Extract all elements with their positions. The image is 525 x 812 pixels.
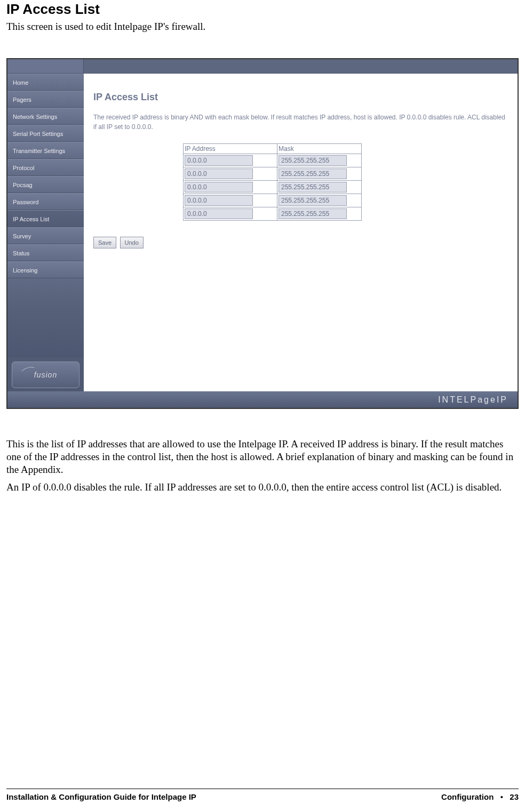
sidebar: Home Pagers Network Settings Serial Port… [7,74,84,392]
table-row [184,154,362,167]
mask-input[interactable] [279,168,347,179]
sidebar-spacer [7,278,84,357]
table-header-row: IP Address Mask [184,144,362,154]
ip-address-input[interactable] [185,195,253,206]
sidebar-item-home[interactable]: Home [7,74,84,91]
sidebar-item-survey[interactable]: Survey [7,227,84,244]
sidebar-item-serial-port-settings[interactable]: Serial Port Settings [7,125,84,142]
mask-input[interactable] [279,195,347,206]
sidebar-item-transmitter-settings[interactable]: Transmitter Settings [7,142,84,159]
app-footer-brand: INTELPageIP [7,391,518,408]
ip-access-table: IP Address Mask [183,143,362,221]
save-button[interactable]: Save [93,237,116,248]
top-bar-left [7,59,84,74]
mask-input[interactable] [279,155,347,166]
content-description: The received IP address is binary AND wi… [93,112,508,132]
app-screenshot: Home Pagers Network Settings Serial Port… [6,58,519,409]
page-title: IP Access List [6,1,519,18]
sidebar-item-network-settings[interactable]: Network Settings [7,108,84,125]
sidebar-item-ip-access-list[interactable]: IP Access List [7,210,84,227]
ip-address-input[interactable] [185,168,253,179]
mask-input[interactable] [279,182,347,192]
top-bar-right [84,59,518,74]
undo-button[interactable]: Undo [120,237,144,248]
sidebar-item-pocsag[interactable]: Pocsag [7,176,84,193]
footer-right: Configuration • 23 [441,792,519,801]
ip-address-input[interactable] [185,182,253,192]
sidebar-item-licensing[interactable]: Licensing [7,261,84,278]
intro-text: This screen is used to edit Intelpage IP… [6,21,519,33]
sidebar-item-password[interactable]: Password [7,193,84,210]
content-area: IP Access List The received IP address i… [84,74,518,392]
column-header-mask: Mask [277,144,362,154]
table-row [184,194,362,207]
table-row [184,167,362,181]
footer-left: Installation & Configuration Guide for I… [6,792,196,801]
button-row: Save Undo [93,237,508,248]
mask-input[interactable] [279,208,347,219]
top-bar [7,59,518,74]
table-row [184,207,362,221]
content-heading: IP Access List [93,92,508,103]
ip-address-input[interactable] [185,155,253,166]
body-paragraph-2: An IP of 0.0.0.0 disables the rule. If a… [6,481,519,494]
sidebar-item-pagers[interactable]: Pagers [7,91,84,108]
table-row [184,181,362,194]
ip-address-input[interactable] [185,208,253,219]
column-header-ip: IP Address [184,144,277,154]
sidebar-item-protocol[interactable]: Protocol [7,159,84,176]
page-footer: Installation & Configuration Guide for I… [6,789,519,801]
sidebar-item-status[interactable]: Status [7,244,84,261]
fusion-logo: fusion [12,361,79,388]
body-paragraph-1: This is the list of IP addresses that ar… [6,438,519,476]
